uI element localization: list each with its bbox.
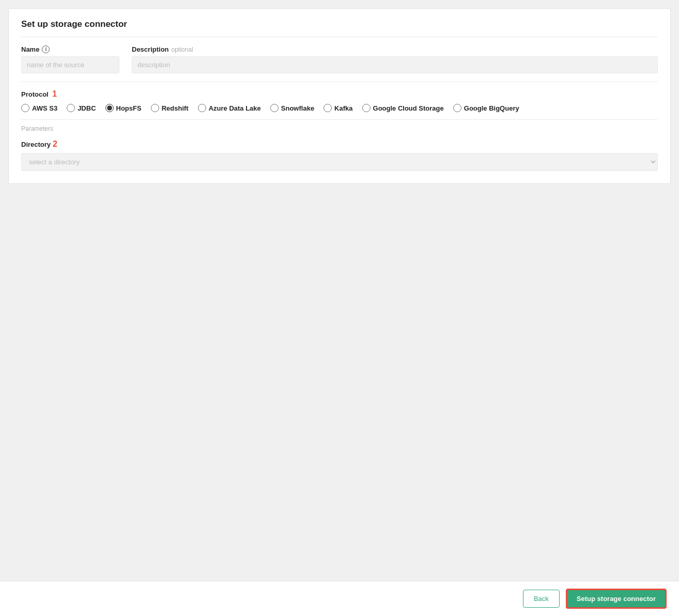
protocol-step-badge: 1	[52, 89, 57, 98]
protocol-label-redshift: Redshift	[162, 104, 189, 112]
protocol-label-jdbc: JDBC	[78, 104, 96, 112]
protocol-option-google-bigquery[interactable]: Google BigQuery	[453, 104, 519, 112]
protocol-label-google-bigquery: Google BigQuery	[464, 104, 519, 112]
name-field-group: Name i	[21, 45, 119, 73]
protocol-label-aws-s3: AWS S3	[32, 104, 57, 112]
protocol-radio-google-cloud-storage[interactable]	[362, 104, 371, 112]
protocol-radio-snowflake[interactable]	[270, 104, 279, 112]
protocol-label: Protocol 1	[21, 89, 658, 99]
page-title: Set up storage connector	[21, 19, 658, 37]
protocol-option-jdbc[interactable]: JDBC	[67, 104, 96, 112]
protocol-option-redshift[interactable]: Redshift	[151, 104, 189, 112]
parameters-section: Parameters Directory 2 select a director…	[21, 119, 658, 171]
name-label: Name i	[21, 45, 119, 53]
protocol-radio-google-bigquery[interactable]	[453, 104, 461, 112]
parameters-label: Parameters	[21, 125, 658, 132]
protocol-section: Protocol 1 AWS S3JDBCHopsFSRedshiftAzure…	[21, 82, 658, 112]
setup-card: Set up storage connector Name i Descript…	[8, 8, 671, 184]
protocol-label-google-cloud-storage: Google Cloud Storage	[373, 104, 444, 112]
description-input[interactable]	[132, 56, 658, 73]
protocol-label-hopsfs: HopsFS	[116, 104, 142, 112]
description-field-group: Description optional	[132, 45, 658, 73]
protocol-label-kafka: Kafka	[334, 104, 352, 112]
protocol-label-azure-data-lake: Azure Data Lake	[209, 104, 261, 112]
description-optional-label: optional	[172, 46, 193, 53]
protocol-option-kafka[interactable]: Kafka	[323, 104, 352, 112]
name-description-row: Name i Description optional	[21, 45, 658, 73]
protocol-radio-azure-data-lake[interactable]	[198, 104, 206, 112]
protocol-radio-jdbc[interactable]	[67, 104, 75, 112]
protocol-option-google-cloud-storage[interactable]: Google Cloud Storage	[362, 104, 444, 112]
protocol-option-hopsfs[interactable]: HopsFS	[105, 104, 142, 112]
description-label: Description optional	[132, 45, 658, 53]
protocol-radio-redshift[interactable]	[151, 104, 159, 112]
directory-label: Directory 2	[21, 140, 658, 149]
protocol-radio-hopsfs[interactable]	[105, 104, 114, 112]
protocol-option-azure-data-lake[interactable]: Azure Data Lake	[198, 104, 261, 112]
name-input[interactable]	[21, 56, 119, 73]
back-button[interactable]: Back	[523, 590, 560, 608]
protocol-option-aws-s3[interactable]: AWS S3	[21, 104, 57, 112]
protocol-radio-kafka[interactable]	[323, 104, 332, 112]
protocol-option-snowflake[interactable]: Snowflake	[270, 104, 314, 112]
protocol-label-snowflake: Snowflake	[281, 104, 314, 112]
setup-storage-connector-button[interactable]: Setup storage connector	[566, 589, 667, 609]
footer-bar: Back Setup storage connector	[0, 581, 679, 616]
directory-step-badge: 2	[53, 140, 57, 149]
name-info-icon[interactable]: i	[42, 45, 50, 53]
protocol-radio-aws-s3[interactable]	[21, 104, 29, 112]
protocol-options: AWS S3JDBCHopsFSRedshiftAzure Data LakeS…	[21, 104, 658, 112]
directory-select[interactable]: select a directory	[21, 153, 658, 171]
